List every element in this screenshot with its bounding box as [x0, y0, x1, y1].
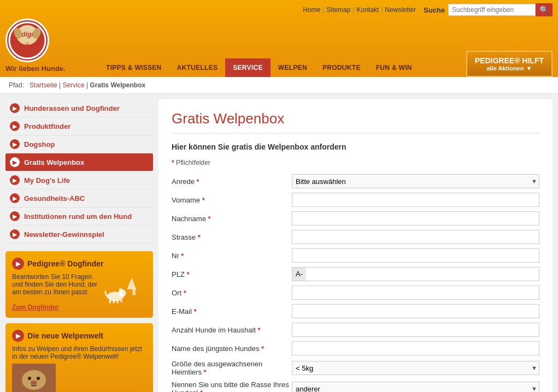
groesse-select-wrapper: < 5kg 5-15kg 15-30kg > 30kg ▼: [292, 361, 539, 375]
sidebar-label-6: Institutionen rund um den Hund: [24, 212, 132, 221]
header: Home | Sitemap | Kontakt | Newsletter Su…: [0, 0, 558, 77]
pedigree-hilft-sub: alle Aktionen ▼: [486, 65, 532, 72]
svg-rect-14: [120, 300, 122, 302]
nav-pedigree-hilft[interactable]: PEDIGREE® HILFT alle Aktionen ▼: [466, 51, 553, 77]
nav-fun-win[interactable]: FUN & WIN: [368, 58, 420, 77]
dogfinder-text: Beantworten Sie 10 Fragen und finden Sie…: [12, 273, 103, 311]
ort-input[interactable]: [292, 286, 539, 300]
sidebar-label-5: Gesundheits-ABC: [24, 194, 85, 203]
anrede-select-wrapper: Bitte auswählen Herr Frau ▼: [292, 174, 539, 188]
groesse-select[interactable]: < 5kg 5-15kg 15-30kg > 30kg: [292, 361, 539, 375]
dogfinder-link[interactable]: Zum Dogfinder: [12, 304, 58, 311]
sidebar-item-gratis-welpenbox[interactable]: ▶ Gratis Welpenbox: [5, 153, 153, 171]
form-row-plz: PLZ * A-: [172, 267, 539, 281]
plz-row: A-: [292, 267, 539, 281]
logo-area: Pedigree ® Wir lieben Hunde.: [5, 19, 98, 77]
vorname-input[interactable]: [292, 193, 539, 207]
sep1: |: [322, 6, 324, 14]
anrede-select[interactable]: Bitte auswählen Herr Frau: [292, 174, 539, 188]
label-vorname: Vorname *: [172, 196, 292, 204]
breadcrumb-home[interactable]: Startseite: [30, 81, 57, 89]
svg-point-20: [37, 377, 40, 380]
page-title: Gratis Welpenbox: [172, 110, 539, 134]
nav-tipps[interactable]: TIPPS & WISSEN: [98, 58, 169, 77]
nav-area: TIPPS & WISSEN AKTUELLES SERVICE WELPEN …: [98, 51, 553, 77]
sidebar-item-newsletter[interactable]: ▶ Newsletter-Gewinnspiel: [5, 225, 153, 243]
sidebar-label-7: Newsletter-Gewinnspiel: [24, 230, 104, 239]
sidebar-icon-4: ▶: [10, 175, 20, 185]
sidebar-label-0: Hunderassen und Dogfinder: [24, 104, 120, 112]
main-layout: ▶ Hunderassen und Dogfinder ▶ Produktfin…: [0, 94, 558, 392]
form-description: Hier können Sie gratis die Welpenbox anf…: [172, 142, 539, 151]
sidebar-item-gesundheit[interactable]: ▶ Gesundheits-ABC: [5, 189, 153, 207]
dogfinder-body: Beantworten Sie 10 Fragen und finden Sie…: [12, 273, 146, 311]
sep3: |: [381, 6, 383, 14]
breadcrumb-prefix: Pfad:: [9, 81, 24, 89]
nav-home-link[interactable]: Home: [303, 6, 320, 14]
label-rasse: Nennen Sie uns bitte die Rasse Ihres Hun…: [172, 381, 292, 392]
nav-aktuelles[interactable]: AKTUELLES: [169, 58, 226, 77]
label-anrede: Anrede *: [172, 177, 292, 186]
breadcrumb-service[interactable]: Service: [63, 81, 85, 89]
form-row-strasse: Strasse *: [172, 230, 539, 244]
search-input[interactable]: [448, 4, 536, 16]
sidebar-label-4: My Dog's Life: [24, 176, 70, 185]
nav-kontakt-link[interactable]: Kontakt: [356, 6, 379, 14]
dog-image: [103, 273, 146, 306]
sidebar-icon-0: ▶: [10, 103, 20, 113]
form-row-ort: Ort *: [172, 286, 539, 300]
welpen-image: [12, 364, 56, 392]
label-anzahl: Anzahl Hunde im Haushalt *: [172, 326, 292, 334]
welpen-title: ▶ Die neue Welpenwelt: [12, 330, 146, 342]
label-nr: Nr *: [172, 252, 292, 260]
logo-svg: Pedigree ®: [8, 21, 46, 60]
sidebar-item-institutionen[interactable]: ▶ Institutionen rund um den Hund: [5, 207, 153, 225]
email-input[interactable]: [292, 304, 539, 318]
svg-rect-12: [113, 300, 115, 304]
form-row-anrede: Anrede * Bitte auswählen Herr Frau ▼: [172, 174, 539, 188]
name-hund-input[interactable]: [292, 341, 539, 355]
sidebar-item-hunderassen[interactable]: ▶ Hunderassen und Dogfinder: [5, 99, 153, 117]
svg-point-16: [22, 370, 46, 390]
nav-sitemap-link[interactable]: Sitemap: [326, 6, 350, 14]
search-button[interactable]: 🔍: [536, 3, 553, 16]
svg-point-21: [31, 381, 37, 385]
nachname-input[interactable]: [292, 211, 539, 225]
form-row-vorname: Vorname *: [172, 193, 539, 207]
sep2: |: [353, 6, 354, 14]
required-note: * Pflichtfelder: [172, 159, 539, 167]
anzahl-hunde-input[interactable]: [292, 323, 539, 337]
nav-service[interactable]: SERVICE: [225, 58, 271, 77]
welpen-widget: ▶ Die neue Welpenwelt Infos zu Welpen un…: [5, 323, 153, 392]
svg-rect-11: [109, 300, 111, 304]
breadcrumb: Pfad: Startseite | Service | Gratis Welp…: [0, 77, 558, 94]
dogfinder-widget: ▶ Pedigree® Dogfinder Beantworten Sie 10…: [5, 251, 153, 318]
nav-welpen[interactable]: WELPEN: [271, 58, 315, 77]
sidebar-item-mydog[interactable]: ▶ My Dog's Life: [5, 171, 153, 189]
svg-point-19: [28, 377, 31, 380]
sidebar-icon-3: ▶: [10, 157, 20, 167]
label-name-hund: Name des jüngsten Hundes *: [172, 345, 292, 353]
pedigree-hilft-label: PEDIGREE® HILFT: [475, 56, 544, 65]
nr-input[interactable]: [292, 248, 539, 263]
label-ort: Ort *: [172, 289, 292, 297]
label-email: E-Mail *: [172, 307, 292, 316]
form-row-rasse: Nennen Sie uns bitte die Rasse Ihres Hun…: [172, 381, 539, 392]
sidebar-item-dogshop[interactable]: ▶ Dogshop: [5, 135, 153, 153]
sidebar-label-1: Produktfinder: [24, 122, 71, 130]
welpen-text: Infos zu Welpen und ihren Bedürfnissen j…: [12, 345, 146, 360]
content: Gratis Welpenbox Hier können Sie gratis …: [158, 99, 553, 392]
form-row-groesse: Größe des ausgewachsenen Heimtiers * < 5…: [172, 360, 539, 376]
sidebar: ▶ Hunderassen und Dogfinder ▶ Produktfin…: [0, 94, 158, 392]
strasse-input[interactable]: [292, 230, 539, 244]
breadcrumb-current: Gratis Welpenbox: [90, 81, 145, 89]
nav-produkte[interactable]: PRODUKTE: [315, 58, 368, 77]
sidebar-label-2: Dogshop: [24, 140, 55, 149]
nav-newsletter-link[interactable]: Newsletter: [385, 6, 416, 14]
rasse-select[interactable]: anderer Labrador Schäferhund Golden Retr…: [292, 382, 539, 392]
plz-input[interactable]: [306, 267, 539, 281]
search-area: Suche 🔍: [424, 3, 553, 16]
sidebar-item-produktfinder[interactable]: ▶ Produktfinder: [5, 117, 153, 135]
rasse-select-wrapper: anderer Labrador Schäferhund Golden Retr…: [292, 382, 539, 392]
header-top: Home | Sitemap | Kontakt | Newsletter Su…: [0, 0, 558, 19]
